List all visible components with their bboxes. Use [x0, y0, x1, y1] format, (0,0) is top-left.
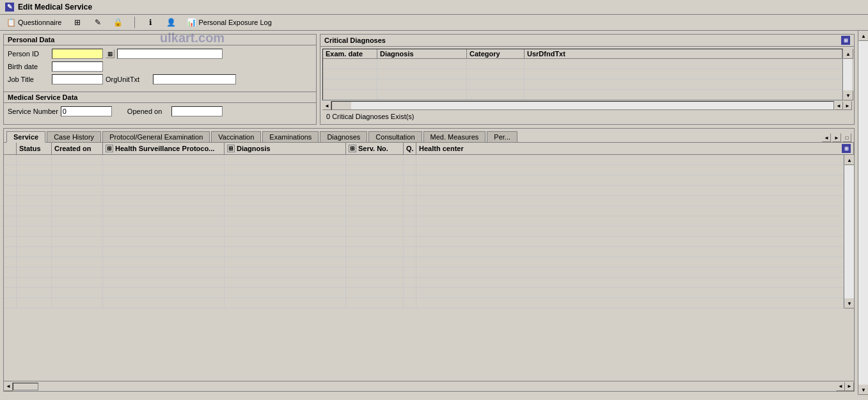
col-diagnosis-header: ⊞ Diagnosis	[225, 143, 346, 154]
toolbar: 📋 Questionnaire ⊞ ✎ 🔒 ℹ 👤 📊 Personal Exp…	[0, 15, 868, 31]
hsp-icon: ⊞	[106, 145, 113, 152]
job-title-row: Job Title OrgUnitTxt	[8, 74, 312, 84]
tab-scroll-left[interactable]: ◄	[822, 133, 831, 142]
sr-diagnosis-7	[225, 216, 346, 226]
sr-q-8	[404, 227, 416, 236]
questionnaire-label: Questionnaire	[18, 19, 62, 26]
tab-examinations[interactable]: Examinations	[262, 131, 319, 142]
person-id-input[interactable]	[52, 49, 103, 59]
col-servno-header: ⊞ Serv. No.	[346, 143, 404, 154]
service-vscroll-down[interactable]: ▼	[844, 298, 854, 308]
personal-exposure-log-button[interactable]: 📊 Personal Exposure Log	[185, 17, 274, 28]
opened-on-input[interactable]	[171, 106, 223, 116]
tab-scroll-right[interactable]: ►	[832, 133, 841, 142]
sr-healthcenter-4	[416, 186, 844, 195]
service-vscroll: ▲ ▼	[844, 155, 854, 308]
right-scroll-up[interactable]: ▲	[858, 31, 868, 41]
sr-q-9	[404, 237, 416, 246]
exposure-log-icon: 📊	[187, 17, 197, 28]
sr-checkbox-10	[4, 247, 17, 257]
tab-diagnoses[interactable]: Diagnoses	[320, 131, 367, 142]
sr-status-6	[17, 206, 52, 216]
tab-med-measures[interactable]: Med. Measures	[423, 131, 486, 142]
sr-status-8	[17, 227, 52, 236]
questionnaire-button[interactable]: 📋 Questionnaire	[4, 17, 64, 28]
icon-person: 👤	[166, 17, 177, 28]
tab-vaccination[interactable]: Vaccination	[211, 131, 261, 142]
tabs-container: Service Case History Protocol/General Ex…	[3, 128, 855, 392]
opened-on-label: Opened on	[127, 108, 169, 115]
sr-checkbox-6	[4, 206, 17, 216]
diag-row-4	[323, 90, 842, 100]
vscroll-down[interactable]: ▼	[843, 90, 853, 100]
service-hscroll-right-2[interactable]: ►	[845, 382, 854, 391]
hscroll-left[interactable]: ◄	[322, 101, 331, 110]
critical-diagnoses-grid-icon[interactable]: ⊞	[841, 36, 850, 45]
sr-healthcenter-9	[416, 237, 844, 246]
title-icon: ✎	[5, 3, 14, 12]
service-row-4	[4, 186, 844, 196]
diag-cell-usrdfnd-4	[525, 90, 842, 99]
tab-consultation[interactable]: Consultation	[368, 131, 422, 142]
col-status-header: Status	[17, 143, 52, 154]
sr-hsp-6	[103, 206, 225, 216]
sr-hsp-3	[103, 175, 225, 185]
sr-status-3	[17, 175, 52, 185]
sr-servno-1	[346, 155, 404, 164]
sr-healthcenter-12	[416, 268, 844, 277]
toolbar-icon-3[interactable]: 🔒	[111, 17, 125, 28]
toolbar-icon-1[interactable]: ⊞	[70, 17, 84, 28]
sr-created-14	[52, 288, 103, 298]
personal-data-title: Personal Data	[4, 35, 316, 45]
hscroll-thumb	[332, 102, 351, 109]
right-scroll-down[interactable]: ▼	[858, 385, 868, 395]
critical-diagnoses-grid-wrapper: Exam. date Diagnosis Category UsrDfndTxt	[322, 49, 852, 100]
sr-created-11	[52, 257, 103, 267]
service-row-6	[4, 206, 844, 216]
org-unit-txt-input[interactable]	[153, 74, 236, 84]
sr-checkbox-11	[4, 257, 17, 267]
sr-healthcenter-11	[416, 257, 844, 267]
service-hscroll-left[interactable]: ◄	[4, 382, 13, 391]
sr-created-13	[52, 278, 103, 287]
sr-servno-12	[346, 268, 404, 277]
tab-case-history[interactable]: Case History	[47, 131, 101, 142]
service-row-7	[4, 216, 844, 227]
toolbar-icon-2[interactable]: ✎	[91, 17, 105, 28]
sr-q-2	[404, 165, 416, 175]
tab-per[interactable]: Per...	[487, 131, 517, 142]
sr-healthcenter-13	[416, 278, 844, 287]
sr-diagnosis-11	[225, 257, 346, 267]
person-id-lookup-button[interactable]: ▦	[106, 49, 114, 58]
sr-status-9	[17, 237, 52, 246]
toolbar-icon-5[interactable]: 👤	[164, 17, 178, 28]
toolbar-icon-4[interactable]: ℹ	[144, 17, 158, 28]
person-id-name-input[interactable]	[117, 49, 223, 59]
sr-checkbox-5	[4, 196, 17, 205]
col-category: Category	[467, 49, 525, 58]
tab-service[interactable]: Service	[6, 131, 45, 143]
sr-created-9	[52, 237, 103, 246]
hscroll-right-1[interactable]: ◄	[834, 101, 843, 110]
sr-diagnosis-12	[225, 268, 346, 277]
job-title-input[interactable]	[52, 74, 103, 84]
service-vscroll-up[interactable]: ▲	[844, 155, 854, 165]
service-hscroll-right-1[interactable]: ◄	[836, 382, 845, 391]
birth-date-input[interactable]	[52, 61, 103, 72]
tab-restore[interactable]: □	[842, 133, 851, 142]
service-number-input[interactable]	[61, 106, 112, 116]
service-table-grid-icon[interactable]: ⊞	[842, 144, 851, 153]
sr-hsp-1	[103, 155, 225, 164]
tab-protocol-general-examination[interactable]: Protocol/General Examination	[102, 131, 210, 142]
hscroll-right-2[interactable]: ►	[843, 101, 852, 110]
service-row-8	[4, 227, 844, 237]
sr-q-11	[404, 257, 416, 267]
sr-created-10	[52, 247, 103, 257]
service-number-row: Service Number Opened on	[8, 106, 312, 116]
sr-diagnosis-13	[225, 278, 346, 287]
sr-created-12	[52, 268, 103, 277]
diag-cell-usrdfnd-1	[525, 59, 842, 68]
sr-created-1	[52, 155, 103, 164]
diag-cell-category-4	[467, 90, 525, 99]
vscroll-up[interactable]: ▲	[843, 49, 853, 59]
